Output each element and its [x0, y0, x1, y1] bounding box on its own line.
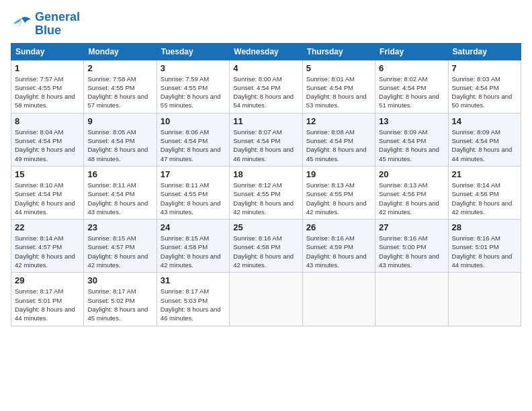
- day-info: Sunrise: 8:14 AMSunset: 4:56 PMDaylight:…: [452, 181, 517, 216]
- logo-icon: [11, 15, 32, 34]
- day-number: 24: [161, 222, 226, 232]
- day-number: 12: [306, 116, 371, 126]
- calendar-cell: 13 Sunrise: 8:09 AMSunset: 4:54 PMDaylig…: [375, 113, 448, 166]
- calendar-table: SundayMondayTuesdayWednesdayThursdayFrid…: [11, 43, 521, 326]
- day-info: Sunrise: 8:16 AMSunset: 5:01 PMDaylight:…: [452, 234, 517, 269]
- day-info: Sunrise: 7:59 AMSunset: 4:55 PMDaylight:…: [161, 75, 226, 110]
- calendar-week-2: 8 Sunrise: 8:04 AMSunset: 4:54 PMDayligh…: [11, 113, 521, 166]
- weekday-header-saturday: Saturday: [448, 43, 521, 60]
- day-number: 2: [87, 63, 152, 73]
- weekday-header-monday: Monday: [84, 43, 157, 60]
- day-number: 5: [306, 63, 371, 73]
- day-info: Sunrise: 8:12 AMSunset: 4:55 PMDaylight:…: [233, 181, 298, 216]
- day-number: 9: [87, 116, 152, 126]
- day-number: 21: [452, 169, 517, 179]
- day-info: Sunrise: 7:57 AMSunset: 4:55 PMDaylight:…: [15, 75, 80, 110]
- calendar-cell: [230, 273, 302, 326]
- calendar-cell: 26 Sunrise: 8:16 AMSunset: 4:59 PMDaylig…: [302, 220, 375, 273]
- day-number: 14: [452, 116, 517, 126]
- day-number: 15: [15, 169, 80, 179]
- day-info: Sunrise: 8:09 AMSunset: 4:54 PMDaylight:…: [379, 128, 444, 163]
- day-info: Sunrise: 8:09 AMSunset: 4:54 PMDaylight:…: [452, 128, 517, 163]
- day-number: 4: [233, 63, 298, 73]
- calendar-cell: 9 Sunrise: 8:05 AMSunset: 4:54 PMDayligh…: [84, 113, 157, 166]
- calendar-cell: 12 Sunrise: 8:08 AMSunset: 4:54 PMDaylig…: [302, 113, 375, 166]
- day-info: Sunrise: 8:15 AMSunset: 4:58 PMDaylight:…: [161, 234, 226, 269]
- calendar-cell: 23 Sunrise: 8:15 AMSunset: 4:57 PMDaylig…: [84, 220, 157, 273]
- weekday-header-wednesday: Wednesday: [230, 43, 302, 60]
- calendar-cell: 1 Sunrise: 7:57 AMSunset: 4:55 PMDayligh…: [11, 60, 84, 113]
- day-info: Sunrise: 8:01 AMSunset: 4:54 PMDaylight:…: [306, 75, 371, 110]
- day-number: 6: [379, 63, 444, 73]
- day-number: 10: [161, 116, 226, 126]
- calendar-cell: [375, 273, 448, 326]
- day-number: 1: [15, 63, 80, 73]
- day-number: 27: [379, 222, 444, 232]
- calendar-cell: [448, 273, 521, 326]
- weekday-header-thursday: Thursday: [302, 43, 375, 60]
- calendar-cell: 29 Sunrise: 8:17 AMSunset: 5:01 PMDaylig…: [11, 273, 84, 326]
- calendar-cell: 16 Sunrise: 8:11 AMSunset: 4:54 PMDaylig…: [84, 166, 157, 219]
- calendar-cell: 20 Sunrise: 8:13 AMSunset: 4:56 PMDaylig…: [375, 166, 448, 219]
- calendar-cell: 4 Sunrise: 8:00 AMSunset: 4:54 PMDayligh…: [230, 60, 302, 113]
- day-info: Sunrise: 7:58 AMSunset: 4:55 PMDaylight:…: [87, 75, 152, 110]
- calendar-cell: 14 Sunrise: 8:09 AMSunset: 4:54 PMDaylig…: [448, 113, 521, 166]
- day-info: Sunrise: 8:04 AMSunset: 4:54 PMDaylight:…: [15, 128, 80, 163]
- day-info: Sunrise: 8:17 AMSunset: 5:01 PMDaylight:…: [15, 287, 80, 322]
- day-info: Sunrise: 8:16 AMSunset: 4:58 PMDaylight:…: [233, 234, 298, 269]
- day-info: Sunrise: 8:14 AMSunset: 4:57 PMDaylight:…: [15, 234, 80, 269]
- day-number: 23: [87, 222, 152, 232]
- weekday-header-row: SundayMondayTuesdayWednesdayThursdayFrid…: [11, 43, 521, 60]
- calendar-cell: 5 Sunrise: 8:01 AMSunset: 4:54 PMDayligh…: [302, 60, 375, 113]
- calendar-week-1: 1 Sunrise: 7:57 AMSunset: 4:55 PMDayligh…: [11, 60, 521, 113]
- day-number: 29: [15, 275, 80, 285]
- day-number: 22: [15, 222, 80, 232]
- day-info: Sunrise: 8:10 AMSunset: 4:54 PMDaylight:…: [15, 181, 80, 216]
- calendar-cell: 21 Sunrise: 8:14 AMSunset: 4:56 PMDaylig…: [448, 166, 521, 219]
- calendar-cell: 11 Sunrise: 8:07 AMSunset: 4:54 PMDaylig…: [230, 113, 302, 166]
- day-number: 13: [379, 116, 444, 126]
- day-info: Sunrise: 8:15 AMSunset: 4:57 PMDaylight:…: [87, 234, 152, 269]
- calendar-cell: 3 Sunrise: 7:59 AMSunset: 4:55 PMDayligh…: [157, 60, 229, 113]
- day-info: Sunrise: 8:17 AMSunset: 5:03 PMDaylight:…: [161, 287, 226, 322]
- day-info: Sunrise: 8:13 AMSunset: 4:55 PMDaylight:…: [306, 181, 371, 216]
- day-number: 19: [306, 169, 371, 179]
- day-number: 31: [161, 275, 226, 285]
- day-info: Sunrise: 8:13 AMSunset: 4:56 PMDaylight:…: [379, 181, 444, 216]
- day-number: 26: [306, 222, 371, 232]
- calendar-cell: 2 Sunrise: 7:58 AMSunset: 4:55 PMDayligh…: [84, 60, 157, 113]
- calendar-cell: [302, 273, 375, 326]
- day-info: Sunrise: 8:16 AMSunset: 5:00 PMDaylight:…: [379, 234, 444, 269]
- calendar-cell: 15 Sunrise: 8:10 AMSunset: 4:54 PMDaylig…: [11, 166, 84, 219]
- calendar-cell: 10 Sunrise: 8:06 AMSunset: 4:54 PMDaylig…: [157, 113, 229, 166]
- calendar-cell: 6 Sunrise: 8:02 AMSunset: 4:54 PMDayligh…: [375, 60, 448, 113]
- day-info: Sunrise: 8:06 AMSunset: 4:54 PMDaylight:…: [161, 128, 226, 163]
- logo-text: General Blue: [35, 11, 80, 38]
- calendar-week-3: 15 Sunrise: 8:10 AMSunset: 4:54 PMDaylig…: [11, 166, 521, 219]
- calendar-cell: 8 Sunrise: 8:04 AMSunset: 4:54 PMDayligh…: [11, 113, 84, 166]
- weekday-header-tuesday: Tuesday: [157, 43, 229, 60]
- day-info: Sunrise: 8:05 AMSunset: 4:54 PMDaylight:…: [87, 128, 152, 163]
- day-info: Sunrise: 8:07 AMSunset: 4:54 PMDaylight:…: [233, 128, 298, 163]
- calendar-week-5: 29 Sunrise: 8:17 AMSunset: 5:01 PMDaylig…: [11, 273, 521, 326]
- day-number: 28: [452, 222, 517, 232]
- calendar-cell: 17 Sunrise: 8:11 AMSunset: 4:55 PMDaylig…: [157, 166, 229, 219]
- day-info: Sunrise: 8:11 AMSunset: 4:54 PMDaylight:…: [87, 181, 152, 216]
- day-number: 25: [233, 222, 298, 232]
- day-number: 17: [161, 169, 226, 179]
- calendar-week-4: 22 Sunrise: 8:14 AMSunset: 4:57 PMDaylig…: [11, 220, 521, 273]
- day-number: 8: [15, 116, 80, 126]
- day-number: 11: [233, 116, 298, 126]
- day-number: 20: [379, 169, 444, 179]
- day-number: 3: [161, 63, 226, 73]
- calendar-cell: 24 Sunrise: 8:15 AMSunset: 4:58 PMDaylig…: [157, 220, 229, 273]
- calendar-cell: 27 Sunrise: 8:16 AMSunset: 5:00 PMDaylig…: [375, 220, 448, 273]
- weekday-header-sunday: Sunday: [11, 43, 84, 60]
- day-number: 7: [452, 63, 517, 73]
- calendar-cell: 22 Sunrise: 8:14 AMSunset: 4:57 PMDaylig…: [11, 220, 84, 273]
- day-number: 16: [87, 169, 152, 179]
- calendar-cell: 19 Sunrise: 8:13 AMSunset: 4:55 PMDaylig…: [302, 166, 375, 219]
- calendar-cell: 18 Sunrise: 8:12 AMSunset: 4:55 PMDaylig…: [230, 166, 302, 219]
- day-info: Sunrise: 8:16 AMSunset: 4:59 PMDaylight:…: [306, 234, 371, 269]
- day-info: Sunrise: 8:11 AMSunset: 4:55 PMDaylight:…: [161, 181, 226, 216]
